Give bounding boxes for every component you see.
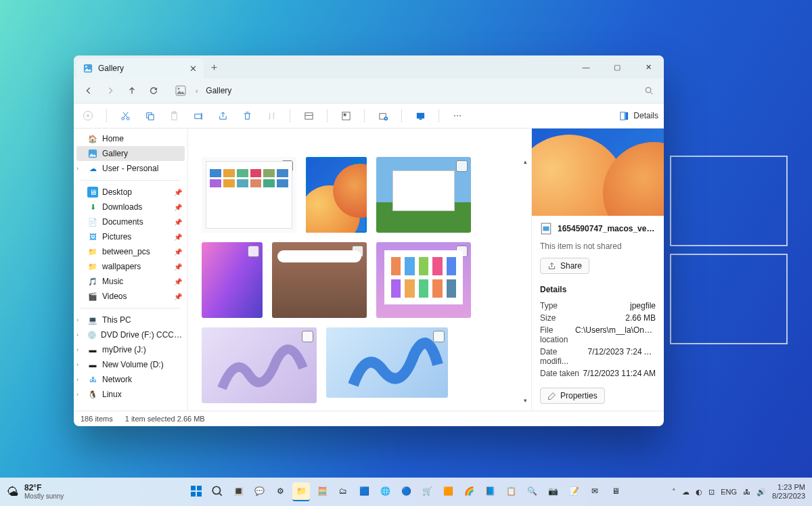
taskview-button[interactable]: 🔳 [229,482,247,500]
app-icon[interactable]: 📋 [502,482,520,500]
pin-icon[interactable]: 📌 [174,263,182,271]
tab-gallery[interactable]: Gallery ✕ [76,58,204,78]
sidebar-item-newvol[interactable]: ›▬New Volume (D:) [74,357,187,372]
network-tray-icon[interactable]: 🖧 [743,488,750,496]
taskbar[interactable]: 🌤 82°F Mostly sunny 🔳 💬 ⚙ 📁 🧮 🗂 🟦 🌐 🔵 🛒 … [0,478,812,506]
thumbnail-selected[interactable]: ✓ [306,157,367,233]
app-icon[interactable]: 📷 [544,482,562,500]
sidebar-item-mydrive[interactable]: ›▬myDrive (J:) [74,342,187,357]
minimize-button[interactable]: ― [570,55,602,78]
group-collapse-down-icon[interactable]: ▾ [524,397,527,404]
gallery-view[interactable]: ▴ ▾ ✓ [188,129,531,411]
chevron-right-icon[interactable]: › [76,346,78,353]
thumbnail[interactable] [376,157,471,233]
chevron-right-icon[interactable]: › [76,376,78,383]
app-icon[interactable]: ⚙ [271,482,289,500]
pin-icon[interactable]: 📌 [174,218,182,226]
sidebar-item-home[interactable]: 🏠Home [74,131,187,146]
file-explorer-button[interactable]: 📁 [292,482,310,501]
chevron-right-icon[interactable]: › [76,317,78,323]
app-icon[interactable]: 🟦 [355,482,373,500]
background-button[interactable] [411,107,429,124]
sidebar-item-linux[interactable]: ›🐧Linux [74,387,187,402]
app-icon[interactable]: 🗂 [334,482,352,500]
app-icon[interactable]: 🟧 [439,482,457,500]
collection-button[interactable] [374,107,392,124]
refresh-button[interactable] [144,81,163,100]
sidebar-item-documents[interactable]: 📄Documents📌 [74,214,187,229]
new-tab-button[interactable]: ＋ [204,55,224,78]
onedrive-tray-icon[interactable]: ☁ [682,488,690,497]
sidebar-item-network[interactable]: ›🖧Network [74,372,187,387]
chevron-right-icon[interactable]: › [76,165,78,172]
app-icon[interactable]: ✉ [586,482,604,500]
more-button[interactable]: ⋯ [449,107,466,124]
pin-icon[interactable]: 📌 [174,189,182,196]
search-button[interactable] [639,81,658,100]
chevron-right-icon[interactable]: › [76,361,78,368]
sidebar-item-gallery[interactable]: Gallery [76,146,185,161]
app-icon[interactable]: 💬 [250,482,268,500]
app-icon[interactable]: 📘 [481,482,499,500]
edge-button[interactable]: 🌐 [376,482,394,500]
tray-chevron-icon[interactable]: ˄ [672,488,676,497]
checkbox[interactable] [456,160,468,172]
app-icon[interactable]: 🔍 [523,482,541,500]
sidebar-item-thispc[interactable]: ›💻This PC [74,313,187,327]
delete-button[interactable] [238,107,256,124]
sidebar-item-dvd[interactable]: ›💿DVD Drive (F:) CCCOMA_X64FRE_E [74,327,187,342]
taskbar-weather[interactable]: 🌤 82°F Mostly sunny [7,484,64,500]
pin-icon[interactable]: 📌 [174,293,182,300]
app-icon[interactable]: 🔵 [397,482,415,500]
checkbox[interactable] [248,246,259,257]
sidebar-item-desktop[interactable]: 🖥Desktop📌 [74,185,187,200]
sidebar-item-user[interactable]: ›☁User - Personal [74,161,187,176]
search-button[interactable] [208,482,226,500]
language-indicator[interactable]: ENG [721,488,737,496]
tab-close-icon[interactable]: ✕ [189,64,197,74]
tray-icon[interactable]: ⊡ [708,488,715,497]
details-toggle[interactable]: Details [619,111,658,121]
maximize-button[interactable]: ▢ [602,55,633,78]
view-button[interactable] [300,107,317,124]
taskbar-clock[interactable]: 1:23 PM 8/23/2023 [772,483,805,500]
volume-tray-icon[interactable]: 🔊 [757,488,766,497]
app-icon[interactable]: 🛒 [418,482,436,500]
thumbnail[interactable] [202,327,317,403]
thumbnail[interactable] [376,242,471,318]
app-icon[interactable]: 🧮 [313,482,331,500]
close-button[interactable]: ✕ [633,55,664,78]
back-button[interactable] [79,81,98,100]
thumbnail[interactable] [202,157,296,233]
sidebar-item-downloads[interactable]: ⬇Downloads📌 [74,200,187,214]
pin-icon[interactable]: 📌 [174,248,182,256]
app-icon[interactable]: 📝 [565,482,583,500]
thumbnail[interactable] [326,327,448,398]
pin-icon[interactable]: 📌 [174,278,182,285]
chrome-button[interactable]: 🌈 [460,482,478,500]
chevron-right-icon[interactable]: › [76,331,78,338]
up-button[interactable] [122,81,141,100]
start-button[interactable] [187,482,205,500]
pin-icon[interactable]: 📌 [174,233,182,241]
forward-button[interactable] [101,81,120,100]
pin-icon[interactable]: 📌 [174,204,182,211]
location-icon[interactable] [171,81,190,100]
share-button[interactable] [214,107,231,124]
sidebar-item-music[interactable]: 🎵Music📌 [74,274,187,289]
thumbnail[interactable] [272,242,367,318]
breadcrumb-gallery[interactable]: Gallery [203,86,234,95]
group-collapse-up-icon[interactable]: ▴ [524,158,527,165]
thumbnail[interactable] [202,242,263,318]
filter-button[interactable] [337,107,355,124]
share-button[interactable]: Share [540,258,589,274]
sidebar-item-pictures[interactable]: 🖼Pictures📌 [74,229,187,244]
titlebar[interactable]: Gallery ✕ ＋ ― ▢ ✕ [74,55,664,78]
copy-button[interactable] [141,107,158,124]
app-icon[interactable]: 🖥 [607,482,625,500]
sidebar-item-between[interactable]: 📁between_pcs📌 [74,244,187,259]
cut-button[interactable] [116,107,134,124]
chevron-right-icon[interactable]: › [76,391,78,398]
properties-button[interactable]: Properties [540,388,605,404]
sidebar-item-wallpapers[interactable]: 📁wallpapers📌 [74,259,187,274]
